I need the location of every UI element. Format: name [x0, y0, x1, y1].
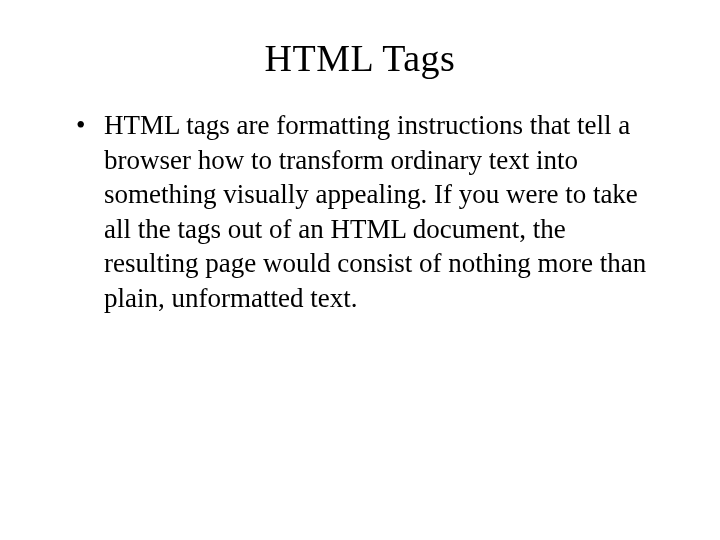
bullet-item: HTML tags are formatting instructions th… — [84, 108, 664, 315]
slide-title: HTML Tags — [48, 36, 672, 80]
bullet-list: HTML tags are formatting instructions th… — [48, 108, 672, 315]
slide: HTML Tags HTML tags are formatting instr… — [0, 0, 720, 540]
